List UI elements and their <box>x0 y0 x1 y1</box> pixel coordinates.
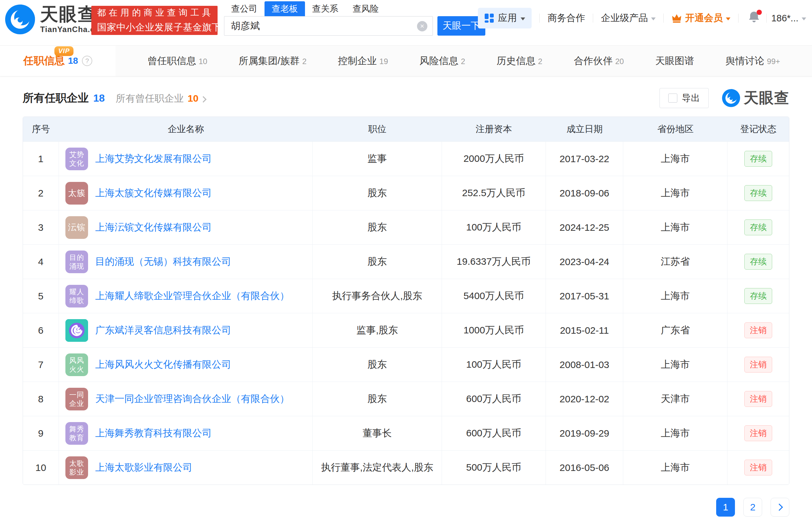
profile-nav-bar: VIP 任职信息 18 ? 曾任职信息10所属集团/族群2控制企业19风险信息2… <box>0 45 812 76</box>
company-cell: 太歌影业上海太歌影业有限公司 <box>59 451 313 484</box>
avatar-text: 企业 <box>69 399 84 408</box>
status-cell: 存续 <box>727 210 789 244</box>
table-row: 10太歌影业上海太歌影业有限公司执行董事,法定代表人,股东500万人民币2016… <box>23 450 789 484</box>
company-link[interactable]: 上海太歌影业有限公司 <box>95 461 192 474</box>
nav-tab-8[interactable]: 天眼图谱 <box>655 55 694 68</box>
company-link[interactable]: 广东斌洋灵客信息科技有限公司 <box>95 324 231 337</box>
nav-tab-5[interactable]: 风险信息2 <box>419 55 465 68</box>
company-avatar: 沄镔 <box>65 216 88 239</box>
company-link[interactable]: 目的涌现（无锡）科技有限公司 <box>95 255 231 268</box>
help-icon[interactable]: ? <box>82 56 92 66</box>
province-cell: 江苏省 <box>623 245 727 279</box>
nav-tab-7[interactable]: 合作伙伴20 <box>574 55 624 68</box>
company-avatar: 艾势文化 <box>65 148 88 170</box>
nav-tab-count: 20 <box>615 57 624 66</box>
section-count: 18 <box>93 92 105 104</box>
date-cell: 2016-05-06 <box>546 451 623 484</box>
search-tab-1[interactable]: 查公司 <box>224 1 265 16</box>
search-tab-2[interactable]: 查老板 <box>265 1 305 16</box>
table-header-row: 序号 企业名称 职位 注册资本 成立日期 省份地区 登记状态 <box>23 117 789 141</box>
export-checkbox[interactable] <box>668 93 677 103</box>
apps-button[interactable]: 应用 <box>478 8 532 29</box>
position-cell: 股东 <box>313 245 442 279</box>
nav-tab-count: 2 <box>302 57 307 66</box>
banner-line1: 都在用的商业查询工具 <box>97 7 212 18</box>
status-badge: 注销 <box>744 460 772 476</box>
chevron-down-icon <box>651 17 655 20</box>
notifications-bell-icon[interactable] <box>748 11 760 26</box>
section-title: 所有任职企业 <box>23 91 89 106</box>
nav-tab-label: 合作伙伴 <box>574 55 612 68</box>
chevron-right-icon[interactable] <box>200 96 207 103</box>
capital-cell: 19.6337万人民币 <box>442 245 546 279</box>
nav-tab-label: 历史信息 <box>497 55 535 68</box>
table-row: 4目的涌现目的涌现（无锡）科技有限公司股东19.6337万人民币2023-04-… <box>23 244 789 279</box>
position-cell: 监事,股东 <box>313 313 442 347</box>
status-badge: 注销 <box>744 322 772 338</box>
col-header-date: 成立日期 <box>546 123 623 135</box>
position-cell: 股东 <box>313 348 442 381</box>
avatar-text: 涌现 <box>69 262 84 271</box>
date-cell: 2008-01-03 <box>546 348 623 381</box>
account-menu[interactable]: 186*... <box>771 13 806 24</box>
row-number-cell: 7 <box>23 348 59 381</box>
enterprise-products-link[interactable]: 企业级产品 <box>601 12 655 25</box>
status-badge: 注销 <box>744 425 772 441</box>
avatar-text: 艾势 <box>69 150 84 159</box>
row-number-cell: 2 <box>23 176 59 210</box>
next-page-button[interactable] <box>770 498 789 516</box>
province-cell: 上海市 <box>623 142 727 176</box>
avatar-text: 耀人 <box>69 287 84 296</box>
company-avatar: 太簇 <box>65 182 88 205</box>
company-link[interactable]: 上海太簇文化传媒有限公司 <box>95 186 212 200</box>
col-header-position: 职位 <box>313 123 442 135</box>
company-link[interactable]: 天津一同企业管理咨询合伙企业（有限合伙） <box>95 392 290 406</box>
nav-tab-4[interactable]: 控制企业19 <box>338 55 388 68</box>
row-number-cell: 10 <box>23 451 59 484</box>
company-avatar: 太歌影业 <box>65 456 88 479</box>
company-link[interactable]: 上海风风火火文化传播有限公司 <box>95 358 231 371</box>
company-link[interactable]: 上海耀人缔歌企业管理合伙企业（有限合伙） <box>95 289 290 303</box>
nav-tab-9[interactable]: 舆情讨论99+ <box>726 55 780 68</box>
search-tab-3[interactable]: 查关系 <box>305 1 345 16</box>
page-button-2[interactable]: 2 <box>743 498 762 516</box>
account-phone: 186*... <box>771 13 798 24</box>
chevron-right-icon <box>776 504 783 511</box>
date-cell: 2023-04-24 <box>546 245 623 279</box>
divider <box>593 14 593 22</box>
nav-tab-2[interactable]: 曾任职信息10 <box>147 55 207 68</box>
company-link[interactable]: 上海艾势文化发展有限公司 <box>95 152 212 165</box>
vip-membership-link[interactable]: 开通会员 <box>671 12 730 25</box>
page-button-1[interactable]: 1 <box>716 498 735 516</box>
nav-tab-6[interactable]: 历史信息2 <box>497 55 542 68</box>
search-tab-4[interactable]: 查风险 <box>345 1 386 16</box>
status-cell: 存续 <box>727 142 789 176</box>
export-button[interactable]: 导出 <box>660 88 709 108</box>
company-link[interactable]: 上海舞秀教育科技有限公司 <box>95 426 212 440</box>
company-avatar: 耀人缔歌 <box>65 285 88 308</box>
banner-line2: 国家中小企业发展子基金旗下机构 <box>97 21 212 34</box>
company-link[interactable]: 上海沄镔文化传媒有限公司 <box>95 221 212 234</box>
promo-banner: 都在用的商业查询工具 国家中小企业发展子基金旗下机构 <box>91 6 218 35</box>
status-cell: 注销 <box>727 382 789 416</box>
former-companies-link[interactable]: 所有曾任职企业 <box>116 92 184 105</box>
company-avatar: 舞秀教育 <box>65 422 88 445</box>
clear-search-icon[interactable]: × <box>417 21 427 31</box>
search-input[interactable] <box>224 16 432 35</box>
tianyancha-logo-icon <box>722 89 740 107</box>
capital-cell: 100万人民币 <box>442 210 546 244</box>
date-cell: 2017-03-22 <box>546 142 623 176</box>
capital-cell: 600万人民币 <box>442 382 546 416</box>
status-cell: 注销 <box>727 416 789 450</box>
tab-renzhi-xinxi-active[interactable]: VIP 任职信息 18 ? <box>0 46 116 76</box>
status-cell: 存续 <box>727 279 789 313</box>
business-cooperation-link[interactable]: 商务合作 <box>547 12 585 25</box>
chevron-down-icon <box>726 17 730 20</box>
nav-tab-3[interactable]: 所属集团/族群2 <box>239 55 307 68</box>
table-row: 6广东斌洋灵客信息科技有限公司监事,股东1000万人民币2015-02-11广东… <box>23 313 789 347</box>
nav-tab-count: 19 <box>380 57 388 66</box>
company-cell: 太簇上海太簇文化传媒有限公司 <box>59 176 313 210</box>
company-cell: 广东斌洋灵客信息科技有限公司 <box>59 313 313 347</box>
date-cell: 2015-02-11 <box>546 313 623 347</box>
status-badge: 存续 <box>744 151 772 167</box>
